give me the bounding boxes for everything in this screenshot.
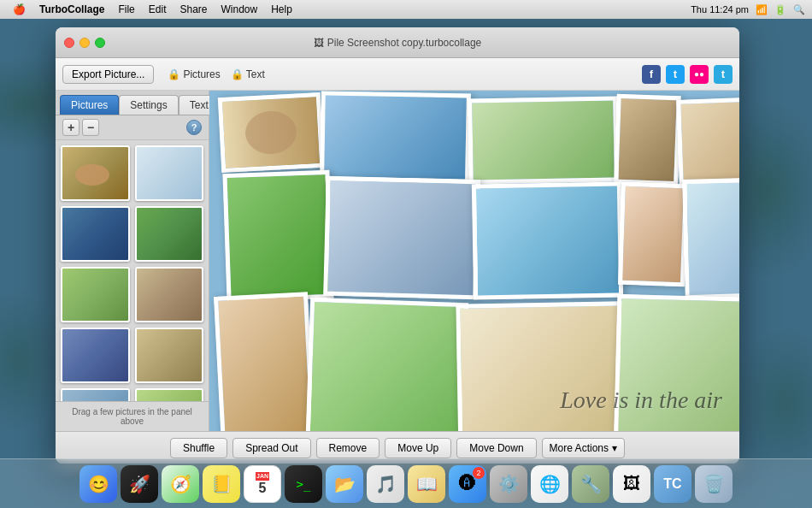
menu-edit[interactable]: Edit — [143, 3, 173, 16]
menu-share[interactable]: Share — [174, 3, 213, 16]
thumbnail-6[interactable] — [135, 267, 204, 322]
collage-canvas: Love is in the air — [209, 91, 739, 431]
window-title: 🖼 Pile Screenshot copy.turbocollage — [314, 37, 482, 49]
apple-menu[interactable]: 🍎 — [7, 3, 32, 16]
pictures-lock[interactable]: 🔒 Pictures — [168, 68, 220, 80]
titlebar: 🖼 Pile Screenshot copy.turbocollage — [56, 27, 739, 58]
photo-card-14[interactable] — [614, 294, 739, 431]
thumbnail-2[interactable] — [135, 145, 204, 201]
dock-icon-launchpad[interactable]: 🚀 — [121, 465, 158, 503]
menubar-wifi-icon: 📶 — [756, 4, 768, 15]
app-menu-turbocollage[interactable]: TurboCollage — [33, 3, 110, 16]
toolbar: Export Picture... 🔒 Pictures 🔒 Text f t … — [56, 58, 739, 91]
menu-file[interactable]: File — [112, 3, 140, 16]
dock-icon-trash[interactable]: 🗑️ — [695, 465, 733, 503]
remove-picture-button[interactable]: − — [82, 119, 99, 136]
dock-icon-terminal[interactable]: >_ — [285, 465, 322, 503]
export-picture-button[interactable]: Export Picture... — [62, 65, 154, 84]
flickr-share-button[interactable]: ●● — [690, 65, 709, 84]
left-panel: Pictures Settings Text + − ? — [56, 91, 209, 431]
menubar: 🍎 TurboCollage File Edit Share Window He… — [0, 0, 812, 19]
spread-out-button[interactable]: Spread Out — [232, 438, 310, 458]
photo-card-3[interactable] — [468, 96, 619, 184]
thumbnail-1[interactable] — [61, 145, 130, 201]
dock-icon-ibooks[interactable]: 📖 — [408, 465, 445, 503]
more-actions-label: More Actions — [550, 442, 609, 454]
lock-text-label: Text — [246, 68, 265, 80]
remove-button[interactable]: Remove — [316, 438, 380, 458]
twitter-share-button[interactable]: t — [666, 65, 685, 84]
dock-icon-safari[interactable]: 🧭 — [162, 465, 199, 503]
dock-icon-dev[interactable]: 🔧 — [572, 465, 609, 503]
thumbnail-7[interactable] — [61, 328, 130, 383]
thumbnail-3[interactable] — [61, 206, 130, 262]
close-button[interactable] — [64, 38, 74, 48]
dock-icon-files[interactable]: 📂 — [326, 465, 363, 503]
lock-pictures-icon: 🔒 — [168, 68, 180, 80]
thumbnails-grid — [56, 140, 209, 401]
lock-group: 🔒 Pictures 🔒 Text — [168, 68, 264, 80]
dock-icon-photos[interactable]: 🖼 — [613, 465, 650, 503]
dock-icon-appstore[interactable]: 🅐 2 — [449, 465, 486, 503]
photo-card-11[interactable] — [214, 292, 316, 431]
app-window: 🖼 Pile Screenshot copy.turbocollage Expo… — [56, 27, 739, 464]
menubar-time: Thu 11:24 pm — [691, 4, 749, 15]
photo-card-2[interactable] — [320, 91, 471, 183]
window-title-text: Pile Screenshot copy.turbocollage — [327, 37, 482, 49]
window-icon: 🖼 — [314, 37, 324, 49]
menu-help[interactable]: Help — [265, 3, 298, 16]
photo-card-5[interactable] — [676, 95, 739, 186]
photo-card-1[interactable] — [218, 92, 324, 173]
dock-icon-finder[interactable]: 😊 — [79, 465, 117, 503]
photo-card-13[interactable] — [456, 301, 625, 431]
thumbnail-8[interactable] — [135, 328, 204, 383]
add-picture-button[interactable]: + — [62, 119, 79, 136]
dock-icon-calendar[interactable]: JAN 5 — [244, 465, 281, 503]
traffic-lights — [64, 38, 105, 48]
photo-card-8[interactable] — [472, 181, 623, 299]
tumblr-share-button[interactable]: t — [714, 65, 733, 84]
dock-icon-system-preferences[interactable]: ⚙️ — [490, 465, 527, 503]
thumbnail-4[interactable] — [135, 206, 204, 262]
tab-settings[interactable]: Settings — [119, 95, 178, 115]
panel-tabs: Pictures Settings Text — [56, 91, 209, 115]
tab-pictures[interactable]: Pictures — [60, 95, 119, 115]
dock: 😊 🚀 🧭 📒 JAN 5 >_ 📂 🎵 📖 🅐 — [0, 458, 812, 508]
lock-pictures-label: Pictures — [183, 68, 220, 80]
dock-icon-turbocollage[interactable]: TC — [654, 465, 691, 503]
text-lock[interactable]: 🔒 Text — [231, 68, 265, 80]
desktop: 🖼 Pile Screenshot copy.turbocollage Expo… — [0, 19, 812, 508]
menu-window[interactable]: Window — [215, 3, 264, 16]
photo-card-10[interactable] — [682, 176, 739, 299]
lock-text-icon: 🔒 — [231, 68, 244, 80]
dock-icon-chrome[interactable]: 🌐 — [531, 465, 568, 503]
more-actions-button[interactable]: More Actions ▾ — [542, 438, 625, 458]
photo-card-12[interactable] — [305, 298, 468, 431]
main-content: Pictures Settings Text + − ? — [56, 91, 739, 431]
thumbnail-9[interactable] — [61, 388, 130, 401]
facebook-share-button[interactable]: f — [642, 65, 661, 84]
thumbnail-10[interactable] — [135, 388, 204, 401]
maximize-button[interactable] — [95, 38, 105, 48]
help-button[interactable]: ? — [186, 120, 202, 135]
move-up-button[interactable]: Move Up — [385, 438, 451, 458]
thumbnail-5[interactable] — [61, 267, 130, 322]
collage-area[interactable]: Love is in the air — [209, 91, 739, 431]
minimize-button[interactable] — [79, 38, 90, 48]
dock-icon-notes[interactable]: 📒 — [203, 465, 240, 503]
photo-card-6[interactable] — [222, 170, 333, 302]
shuffle-button[interactable]: Shuffle — [170, 438, 227, 458]
dock-icon-itunes[interactable]: 🎵 — [367, 465, 404, 503]
move-down-button[interactable]: Move Down — [456, 438, 536, 458]
photo-card-9[interactable] — [618, 182, 688, 287]
menubar-search-icon[interactable]: 🔍 — [793, 4, 805, 15]
menubar-battery-icon: 🔋 — [774, 4, 786, 15]
photo-card-7[interactable] — [323, 176, 480, 300]
panel-actions: + − ? — [56, 115, 209, 140]
photo-card-4[interactable] — [614, 94, 681, 186]
social-buttons: f t ●● t — [642, 65, 733, 84]
drag-hint-text: Drag a few pictures in the panel above — [56, 401, 209, 431]
dropdown-arrow-icon: ▾ — [612, 442, 617, 454]
